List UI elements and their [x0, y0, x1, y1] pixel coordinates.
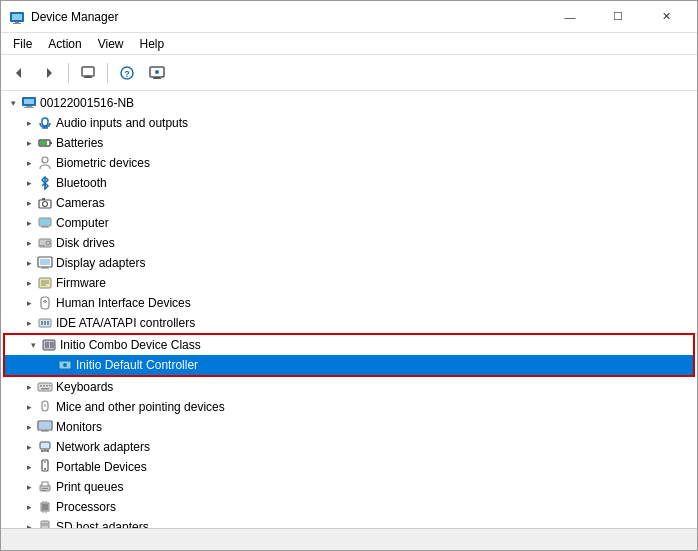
hid-icon — [37, 295, 53, 311]
svg-point-29 — [43, 202, 48, 207]
initio-ctrl-arrow — [41, 357, 57, 373]
tree-item-display[interactable]: Display adapters — [1, 253, 697, 273]
tree-item-initio-ctrl[interactable]: Initio Default Controller — [5, 355, 693, 375]
svg-rect-53 — [47, 321, 49, 325]
svg-rect-37 — [40, 245, 45, 246]
tree-item-network[interactable]: Network adapters — [1, 437, 697, 457]
tree-item-print[interactable]: Print queues — [1, 477, 697, 497]
firmware-label: Firmware — [56, 276, 106, 290]
help-icon: ? — [119, 65, 135, 81]
mice-arrow — [21, 399, 37, 415]
initio-icon — [41, 337, 57, 353]
ide-icon — [37, 315, 53, 331]
maximize-button[interactable]: ☐ — [595, 1, 641, 33]
menu-help[interactable]: Help — [132, 35, 173, 53]
tree-content[interactable]: 00122001516-NB Audio inputs and outputs — [1, 91, 697, 528]
keyboards-label: Keyboards — [56, 380, 113, 394]
audio-arrow — [21, 115, 37, 131]
monitor-icon2 — [37, 419, 53, 435]
audio-label: Audio inputs and outputs — [56, 116, 188, 130]
svg-rect-55 — [45, 342, 49, 348]
hid-label: Human Interface Devices — [56, 296, 191, 310]
ide-label: IDE ATA/ATAPI controllers — [56, 316, 195, 330]
svg-point-58 — [63, 363, 67, 367]
tree-item-batteries[interactable]: Batteries — [1, 133, 697, 153]
svg-rect-12 — [154, 77, 160, 78]
tree-item-mice[interactable]: Mice and other pointing devices — [1, 397, 697, 417]
svg-rect-39 — [42, 267, 48, 268]
print-arrow — [21, 479, 37, 495]
svg-rect-63 — [49, 385, 51, 387]
tree-item-monitors[interactable]: Monitors — [1, 417, 697, 437]
initio-ctrl-label: Initio Default Controller — [76, 358, 198, 372]
disk-icon — [37, 235, 53, 251]
svg-rect-51 — [41, 321, 43, 325]
hid-arrow — [21, 295, 37, 311]
tree-root[interactable]: 00122001516-NB — [1, 93, 697, 113]
computer-icon — [80, 65, 96, 81]
back-button[interactable] — [5, 59, 33, 87]
tree-item-biometric[interactable]: Biometric devices — [1, 153, 697, 173]
svg-rect-62 — [46, 385, 48, 387]
tree-item-processors[interactable]: Processors — [1, 497, 697, 517]
tree-item-portable[interactable]: Portable Devices — [1, 457, 697, 477]
svg-rect-40 — [41, 268, 49, 269]
biometric-icon — [37, 155, 53, 171]
svg-rect-33 — [42, 226, 48, 227]
title-bar: Device Manager — ☐ ✕ — [1, 1, 697, 33]
tree-item-disk[interactable]: Disk drives — [1, 233, 697, 253]
tree-item-hid[interactable]: Human Interface Devices — [1, 293, 697, 313]
print-label: Print queues — [56, 480, 123, 494]
monitors-arrow — [21, 419, 37, 435]
bluetooth-icon — [37, 175, 53, 191]
svg-rect-64 — [41, 388, 49, 390]
root-computer-icon — [21, 95, 37, 111]
svg-rect-7 — [85, 76, 91, 77]
svg-point-75 — [47, 450, 49, 452]
svg-rect-71 — [40, 442, 50, 449]
portable-arrow — [21, 459, 37, 475]
batteries-arrow — [21, 135, 37, 151]
portable-icon — [37, 459, 53, 475]
forward-icon — [41, 65, 57, 81]
tree-item-firmware[interactable]: Firmware — [1, 273, 697, 293]
tree-item-cameras[interactable]: Cameras — [1, 193, 697, 213]
minimize-button[interactable]: — — [547, 1, 593, 33]
close-button[interactable]: ✕ — [643, 1, 689, 33]
menu-view[interactable]: View — [90, 35, 132, 53]
portable-label: Portable Devices — [56, 460, 147, 474]
keyboard-icon — [37, 379, 53, 395]
menu-action[interactable]: Action — [40, 35, 89, 53]
computer-label: Computer — [56, 216, 109, 230]
help-button[interactable]: ? — [113, 59, 141, 87]
svg-rect-6 — [82, 67, 94, 76]
firmware-icon — [37, 275, 53, 291]
tree-item-audio[interactable]: Audio inputs and outputs — [1, 113, 697, 133]
camera-icon — [37, 195, 53, 211]
svg-rect-30 — [42, 198, 45, 200]
tree-item-computer[interactable]: Computer — [1, 213, 697, 233]
toolbar-view-button[interactable] — [74, 59, 102, 87]
display-icon — [37, 255, 53, 271]
bluetooth-arrow — [21, 175, 37, 191]
monitor-icon — [149, 65, 165, 81]
back-icon — [11, 65, 27, 81]
tree-item-ide[interactable]: IDE ATA/ATAPI controllers — [1, 313, 697, 333]
root-arrow — [5, 95, 21, 111]
forward-button[interactable] — [35, 59, 63, 87]
tree-item-keyboards[interactable]: Keyboards — [1, 377, 697, 397]
tree-item-bluetooth[interactable]: Bluetooth — [1, 173, 697, 193]
menu-file[interactable]: File — [5, 35, 40, 53]
svg-rect-41 — [40, 259, 50, 265]
network-icon — [37, 439, 53, 455]
processors-arrow — [21, 499, 37, 515]
svg-rect-70 — [39, 422, 51, 429]
svg-rect-59 — [38, 383, 52, 391]
computer-icon2 — [37, 215, 53, 231]
svg-rect-1 — [12, 14, 22, 20]
tree-item-sd[interactable]: SD host adapters — [1, 517, 697, 528]
monitor-button[interactable] — [143, 59, 171, 87]
svg-point-74 — [41, 450, 43, 452]
tree-item-initio[interactable]: Initio Combo Device Class — [5, 335, 693, 355]
svg-rect-2 — [15, 22, 19, 23]
